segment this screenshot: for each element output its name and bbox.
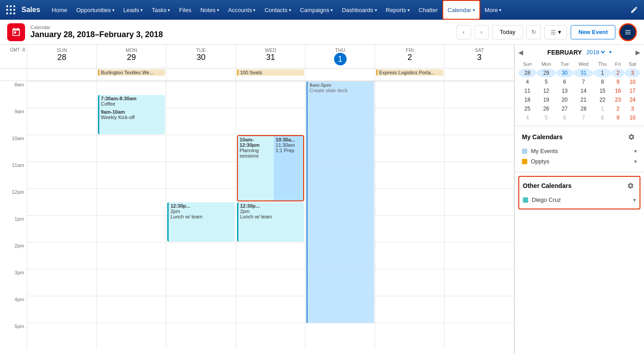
mini-cal-day[interactable]: 6: [556, 113, 573, 122]
mini-cal-day-today[interactable]: 1: [593, 68, 611, 77]
mini-cal-day[interactable]: 24: [625, 95, 640, 104]
time-cell-fri-2[interactable]: [375, 242, 445, 269]
menu-button[interactable]: [619, 23, 637, 41]
time-cell-tue-1[interactable]: 12:30p... 2pm Lunch w/ team: [166, 215, 236, 242]
mini-cal-day[interactable]: 4: [518, 113, 537, 122]
mini-cal-day[interactable]: 18: [518, 95, 537, 104]
time-cell-mon-2[interactable]: [97, 242, 166, 269]
mini-cal-day[interactable]: 9: [611, 113, 625, 122]
nav-chatter[interactable]: Chatter: [414, 0, 442, 20]
mini-cal-day[interactable]: 12: [537, 86, 556, 95]
time-cell-thu-8[interactable]: 8am-5pm Create slide deck: [305, 81, 375, 108]
allday-event-express[interactable]: Express Logistics Porta...: [376, 69, 444, 76]
event-lunch-wed[interactable]: 12:30p... 2pm Lunch w/ team: [167, 202, 235, 242]
next-button[interactable]: ›: [475, 25, 489, 39]
mini-cal-day[interactable]: 26: [537, 104, 556, 113]
time-cell-sun-9[interactable]: [27, 108, 97, 135]
nav-contacts[interactable]: Contacts▾: [260, 0, 295, 20]
mini-cal-day[interactable]: 17: [625, 86, 640, 95]
time-cell-fri-3[interactable]: [375, 269, 445, 296]
time-cell-mon-1[interactable]: [97, 215, 166, 242]
nav-files[interactable]: Files: [174, 0, 195, 20]
my-events-chevron[interactable]: ▾: [634, 148, 637, 154]
refresh-button[interactable]: ↻: [526, 25, 541, 39]
event-1on1prep[interactable]: 10:30a... 11:30am 1:1 Prep: [274, 136, 303, 200]
allday-event-burlington[interactable]: Burlington Textiles We...: [98, 69, 165, 76]
time-cell-sun-3[interactable]: [27, 269, 97, 296]
time-cell-wed-5[interactable]: [236, 323, 305, 350]
my-calendars-gear[interactable]: [626, 132, 637, 142]
nav-dashboards[interactable]: Dashboards▾: [337, 0, 381, 20]
event-lunch-thu[interactable]: 12:30p... 2pm Lunch w/ team: [237, 202, 305, 242]
app-grid-icon[interactable]: [4, 3, 18, 17]
mini-cal-day[interactable]: 22: [593, 95, 611, 104]
time-cell-mon-3[interactable]: [97, 269, 166, 296]
new-event-button[interactable]: New Event: [571, 25, 615, 39]
mini-cal-day[interactable]: 28: [518, 68, 537, 77]
mini-cal-day[interactable]: 7: [573, 113, 593, 122]
mini-cal-day[interactable]: 1: [593, 104, 611, 113]
mini-cal-day[interactable]: 8: [593, 77, 611, 86]
time-cell-sat-5[interactable]: [444, 323, 514, 350]
other-calendars-gear[interactable]: [625, 180, 636, 191]
time-cell-mon-5[interactable]: [97, 323, 166, 350]
time-cell-sat-9[interactable]: [444, 108, 514, 135]
time-cell-fri-11[interactable]: [375, 162, 445, 188]
mini-cal-day[interactable]: 8: [593, 113, 611, 122]
mini-cal-day[interactable]: 27: [556, 104, 573, 113]
time-cell-sat-3[interactable]: [444, 269, 514, 296]
mini-cal-day[interactable]: 20: [556, 95, 573, 104]
mini-cal-day[interactable]: 3: [625, 104, 640, 113]
time-cell-tue-8[interactable]: [166, 81, 236, 108]
mini-cal-day[interactable]: 2: [611, 68, 625, 77]
time-cell-fri-10[interactable]: [375, 135, 445, 162]
mini-cal-day[interactable]: 10: [625, 77, 640, 86]
time-cell-mon-4[interactable]: [97, 296, 166, 323]
time-cell-wed-10[interactable]: 10am- 12:30pm Planning sessions 10:30a..…: [236, 135, 305, 162]
mini-cal-day[interactable]: 21: [573, 95, 593, 104]
nav-tasks[interactable]: Tasks▾: [147, 0, 174, 20]
time-cell-fri-5[interactable]: [375, 323, 445, 350]
time-cell-sun-1[interactable]: [27, 215, 97, 242]
mini-cal-day[interactable]: 30: [556, 68, 573, 77]
allday-fri[interactable]: Express Logistics Porta...: [375, 68, 445, 81]
mini-cal-day[interactable]: 31: [573, 68, 593, 77]
time-cell-tue-2[interactable]: [166, 242, 236, 269]
time-cell-mon-9[interactable]: 9am-10am Weekly Kick-off: [97, 108, 166, 135]
allday-wed[interactable]: 100 Seats: [236, 68, 305, 81]
time-cell-sun-11[interactable]: [27, 162, 97, 188]
time-cell-tue-10[interactable]: [166, 135, 236, 162]
time-cell-sat-1[interactable]: [444, 215, 514, 242]
time-cell-sun-4[interactable]: [27, 296, 97, 323]
mini-cal-day[interactable]: 5: [537, 113, 556, 122]
nav-accounts[interactable]: Accounts▾: [224, 0, 260, 20]
event-slide-deck[interactable]: 8am-5pm Create slide deck: [306, 81, 374, 323]
nav-campaigns[interactable]: Campaigns▾: [296, 0, 338, 20]
time-cell-sun-8[interactable]: [27, 81, 97, 108]
mini-cal-prev[interactable]: ◀: [518, 49, 523, 56]
time-cell-wed-8[interactable]: [236, 81, 305, 108]
allday-event-100seats[interactable]: 100 Seats: [237, 69, 305, 76]
mini-cal-day[interactable]: 6: [556, 77, 573, 86]
time-cell-tue-4[interactable]: [166, 296, 236, 323]
time-cell-mon-10[interactable]: [97, 135, 166, 162]
mini-cal-day[interactable]: 10: [625, 113, 640, 122]
time-cell-wed-4[interactable]: [236, 296, 305, 323]
view-selector[interactable]: ▾: [544, 25, 567, 39]
time-cell-sat-10[interactable]: [444, 135, 514, 162]
mini-cal-day[interactable]: 29: [537, 68, 556, 77]
time-cell-wed-2[interactable]: [236, 242, 305, 269]
mini-cal-day[interactable]: 25: [518, 104, 537, 113]
time-cell-thu-5[interactable]: [305, 323, 375, 350]
event-weekly-kickoff[interactable]: 9am-10am Weekly Kick-off: [98, 108, 165, 134]
mini-cal-day[interactable]: 11: [518, 86, 537, 95]
time-cell-sat-11[interactable]: [444, 162, 514, 188]
time-cell-fri-9[interactable]: [375, 108, 445, 135]
time-cell-sun-5[interactable]: [27, 323, 97, 350]
time-cell-wed-9[interactable]: [236, 108, 305, 135]
time-cell-fri-12[interactable]: [375, 188, 445, 215]
time-cell-fri-8[interactable]: [375, 81, 445, 108]
mini-cal-day[interactable]: 15: [593, 86, 611, 95]
time-cell-sun-2[interactable]: [27, 242, 97, 269]
time-cell-sat-12[interactable]: [444, 188, 514, 215]
